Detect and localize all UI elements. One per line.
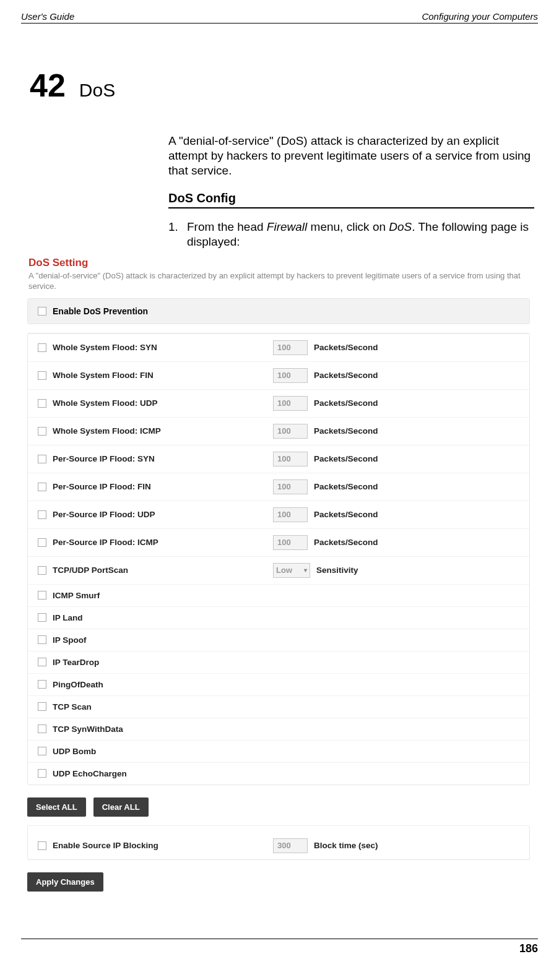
rate-row: Per-Source IP Flood: SYN 100 Packets/Sec… xyxy=(28,445,529,473)
section-rule xyxy=(168,207,534,208)
simple-checkbox[interactable] xyxy=(38,747,46,755)
rate-checkbox[interactable] xyxy=(38,538,46,547)
apply-changes-button[interactable]: Apply Changes xyxy=(27,872,103,892)
step-item: DoS xyxy=(389,220,412,233)
enable-dos-checkbox[interactable] xyxy=(38,307,46,316)
portscan-unit: Sensitivity xyxy=(316,565,358,575)
simple-label: TCP Scan xyxy=(53,702,92,711)
simple-checkbox[interactable] xyxy=(38,591,46,600)
simple-label: IP Spoof xyxy=(53,635,87,645)
chevron-down-icon: ▾ xyxy=(304,567,307,574)
rate-label: Per-Source IP Flood: ICMP xyxy=(53,538,158,547)
rate-input[interactable]: 100 xyxy=(273,340,308,355)
apply-buttons: Apply Changes xyxy=(25,869,532,892)
rate-unit: Packets/Second xyxy=(314,538,378,547)
rate-unit: Packets/Second xyxy=(314,343,378,352)
portscan-select[interactable]: Low ▾ xyxy=(273,563,310,578)
ipblock-unit: Block time (sec) xyxy=(314,841,378,850)
simple-checkbox[interactable] xyxy=(38,724,46,733)
enable-panel: Enable DoS Prevention xyxy=(27,298,530,324)
intro-paragraph: A "denial-of-service" (DoS) attack is ch… xyxy=(168,134,534,178)
ipblock-checkbox[interactable] xyxy=(38,841,46,850)
chapter-number: 42 xyxy=(30,67,66,104)
screenshot-title: DoS Setting xyxy=(25,254,532,269)
simple-checkbox[interactable] xyxy=(38,680,46,689)
simple-row: IP Land xyxy=(28,606,529,629)
simple-row: PingOfDeath xyxy=(28,673,529,695)
ipblock-row: Enable Source IP Blocking 300 Block time… xyxy=(28,832,529,859)
chapter-title: DoS xyxy=(79,80,115,101)
portscan-value: Low xyxy=(276,565,292,575)
rate-unit: Packets/Second xyxy=(314,371,378,380)
rate-checkbox[interactable] xyxy=(38,399,46,408)
header-left: User's Guide xyxy=(21,11,74,22)
chapter-heading: 42 DoS xyxy=(21,67,538,104)
rate-unit: Packets/Second xyxy=(314,426,378,436)
rate-label: Per-Source IP Flood: FIN xyxy=(53,482,151,491)
rate-label: Per-Source IP Flood: SYN xyxy=(53,454,155,463)
clear-all-button[interactable]: Clear ALL xyxy=(93,797,149,817)
simple-checkbox[interactable] xyxy=(38,702,46,711)
dos-screenshot: DoS Setting A "denial-of-service" (DoS) … xyxy=(25,254,532,892)
step-text: From the head Firewall menu, click on Do… xyxy=(187,220,534,249)
rate-unit: Packets/Second xyxy=(314,510,378,519)
rate-input[interactable]: 100 xyxy=(273,368,308,383)
rate-input[interactable]: 100 xyxy=(273,535,308,550)
portscan-row: TCP/UDP PortScan Low ▾ Sensitivity xyxy=(28,556,529,584)
rate-checkbox[interactable] xyxy=(38,371,46,380)
simple-row: ICMP Smurf xyxy=(28,584,529,606)
page-header: User's Guide Configuring your Computers xyxy=(21,11,538,24)
step-number: 1. xyxy=(168,220,187,249)
rate-input[interactable]: 100 xyxy=(273,452,308,466)
rate-checkbox[interactable] xyxy=(38,510,46,519)
step-menu: Firewall xyxy=(267,220,307,233)
step-pre: From the head xyxy=(187,220,267,233)
rate-unit: Packets/Second xyxy=(314,482,378,491)
rate-checkbox[interactable] xyxy=(38,483,46,491)
bulk-buttons: Select ALL Clear ALL xyxy=(25,794,532,817)
rate-label: Per-Source IP Flood: UDP xyxy=(53,510,155,519)
rate-label: Whole System Flood: UDP xyxy=(53,398,158,408)
rate-label: Whole System Flood: ICMP xyxy=(53,426,161,436)
simple-row: IP TearDrop xyxy=(28,651,529,673)
simple-label: UDP EchoChargen xyxy=(53,769,127,778)
simple-row: UDP EchoChargen xyxy=(28,762,529,784)
simple-checkbox[interactable] xyxy=(38,613,46,622)
simple-checkbox[interactable] xyxy=(38,635,46,644)
simple-label: ICMP Smurf xyxy=(53,591,100,600)
step-mid: menu, click on xyxy=(307,220,389,233)
ipblock-input[interactable]: 300 xyxy=(273,838,308,853)
simple-label: TCP SynWithData xyxy=(53,724,123,734)
portscan-checkbox[interactable] xyxy=(38,566,46,575)
rate-checkbox[interactable] xyxy=(38,455,46,463)
rate-label: Whole System Flood: SYN xyxy=(53,343,157,352)
rate-row: Per-Source IP Flood: UDP 100 Packets/Sec… xyxy=(28,501,529,528)
ipblock-label: Enable Source IP Blocking xyxy=(53,841,158,850)
ipblock-panel: Enable Source IP Blocking 300 Block time… xyxy=(27,825,530,860)
enable-dos-label: Enable DoS Prevention xyxy=(53,306,148,316)
rate-input[interactable]: 100 xyxy=(273,424,308,439)
rate-input[interactable]: 100 xyxy=(273,479,308,494)
rate-input[interactable]: 100 xyxy=(273,507,308,522)
simple-checkbox[interactable] xyxy=(38,658,46,666)
header-right: Configuring your Computers xyxy=(422,11,538,22)
rate-input[interactable]: 100 xyxy=(273,396,308,411)
simple-row: TCP SynWithData xyxy=(28,718,529,740)
section-heading: DoS Config xyxy=(168,191,534,205)
rate-row: Whole System Flood: ICMP 100 Packets/Sec… xyxy=(28,417,529,445)
rate-row: Whole System Flood: FIN 100 Packets/Seco… xyxy=(28,361,529,389)
portscan-label: TCP/UDP PortScan xyxy=(53,565,128,575)
screenshot-desc: A "denial-of-service" (DoS) attack is ch… xyxy=(25,269,532,298)
page-footer-rule xyxy=(21,939,538,939)
rate-label: Whole System Flood: FIN xyxy=(53,371,154,380)
rate-checkbox[interactable] xyxy=(38,343,46,352)
simple-label: IP TearDrop xyxy=(53,658,99,667)
page-number: 186 xyxy=(519,942,538,955)
options-panel: Whole System Flood: SYN 100 Packets/Seco… xyxy=(27,333,530,785)
select-all-button[interactable]: Select ALL xyxy=(27,797,86,817)
enable-row: Enable DoS Prevention xyxy=(28,299,529,324)
step-1: 1. From the head Firewall menu, click on… xyxy=(168,220,534,249)
simple-checkbox[interactable] xyxy=(38,769,46,778)
rate-unit: Packets/Second xyxy=(314,454,378,463)
rate-checkbox[interactable] xyxy=(38,427,46,436)
